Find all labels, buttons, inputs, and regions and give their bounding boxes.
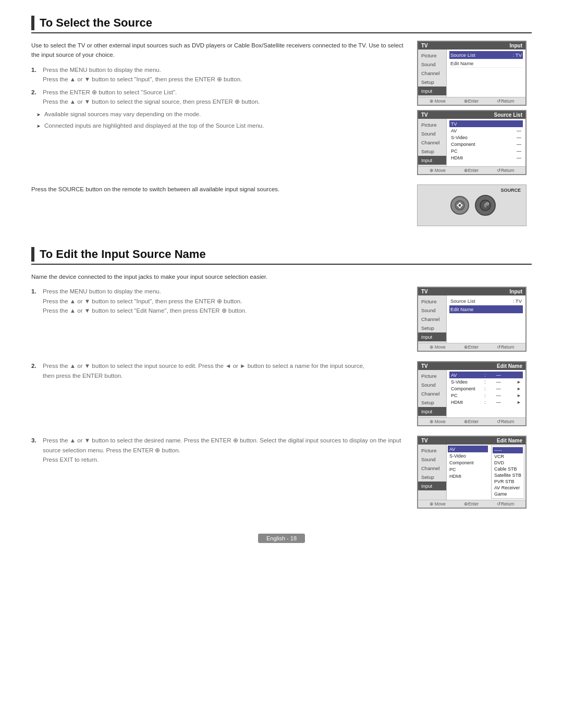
remote-note-row: Press the SOURCE button on the remote to… — [31, 184, 532, 226]
source-list-value: : TV — [513, 52, 522, 58]
svg-point-5 — [459, 204, 461, 207]
step1-line2: Press the ▲ or ▼ button to select "Input… — [43, 76, 242, 82]
section2-title: To Edit the Input Source Name — [40, 248, 206, 261]
eim-channel: Channel — [418, 315, 446, 324]
en-pc-colon: : — [484, 393, 488, 398]
tv-edit-name-screen: TV Edit Name Picture Sound Channel Setup… — [417, 361, 527, 426]
ei-sl-val: : TV — [513, 298, 522, 304]
src-tv: TV — [449, 120, 523, 127]
en-return: ↺Return — [497, 419, 515, 424]
en-hdmi-colon: : — [484, 400, 488, 405]
enm-setup: Setup — [418, 398, 446, 407]
eim-picture: Picture — [418, 297, 446, 306]
eno-av-label: AV — [449, 447, 455, 452]
tv-en-body: Picture Sound Channel Setup Input AV : —… — [418, 370, 525, 417]
menu-input: Input — [418, 87, 446, 95]
opt-dvd: DVD — [493, 460, 523, 466]
step1-text: Press the MENU button to display the men… — [43, 65, 242, 84]
en-hdmi: HDMI : — ► — [449, 399, 523, 405]
tv-source-list-screen: TV Source List Picture Sound Channel Set… — [417, 110, 527, 175]
page-number-badge: English - 18 — [258, 534, 305, 543]
s2-step3-l1: Press the ▲ or ▼ button to select the de… — [43, 437, 401, 453]
src-pc-label: PC — [451, 149, 458, 154]
section1-intro-text: Use to select the TV or other external i… — [31, 41, 407, 179]
enm-input: Input — [418, 407, 446, 416]
eim-input: Input — [418, 332, 446, 341]
section1-intro-row: Use to select the TV or other external i… — [31, 41, 532, 179]
en-hdmi-val: — — [496, 400, 509, 405]
enm-channel: Channel — [418, 389, 446, 398]
tv-edit-input-header: TV Input — [418, 288, 525, 295]
src-svideo: S-Video — — [449, 134, 523, 141]
en-svideo: S-Video : — ► — [449, 378, 523, 385]
eno-component: Component — [448, 459, 488, 466]
tv-edit-input-body: Picture Sound Channel Setup Input Source… — [418, 295, 525, 343]
sf-move: ⊕ Move — [430, 168, 446, 173]
tv-ei-menu: Picture Sound Channel Setup Input — [418, 295, 447, 343]
opt-blank: ----- — [493, 447, 523, 453]
tv-source-footer: ⊕ Move ⊕Enter ↺Return — [418, 166, 525, 174]
sm-sound: Sound — [418, 129, 446, 138]
s2-step2-l2: then press the ENTER button. — [43, 373, 123, 379]
step2-text: Press the ENTER ⊕ button to select "Sour… — [43, 88, 260, 107]
eim-setup: Setup — [418, 324, 446, 332]
menu-setup: Setup — [418, 78, 446, 87]
sm-channel: Channel — [418, 138, 446, 147]
s2-step1-content: Press the MENU button to display the men… — [43, 287, 247, 315]
en-pc: PC : — ► — [449, 392, 523, 399]
en-sv-label: S-Video — [451, 379, 477, 385]
eno-return: ↺Return — [497, 501, 515, 507]
section1-header: To Select the Source — [31, 16, 532, 33]
eno-sv-label: S-Video — [449, 453, 466, 459]
s2-step3-screen: TV Edit Name Picture Sound Channel Setup… — [417, 436, 532, 513]
source-list-row: Source List : TV — [449, 51, 523, 59]
remote-menu-btn[interactable] — [450, 196, 469, 215]
tv-input-menu: Picture Sound Channel Setup Input — [418, 50, 447, 97]
s2-step1-screen: TV Input Picture Sound Channel Setup Inp… — [417, 287, 532, 356]
en-enter: ⊕Enter — [464, 419, 479, 424]
page-footer: English - 18 — [31, 534, 532, 543]
section2-step1-text: 1. Press the MENU button to display the … — [31, 287, 407, 356]
tv-eno-footer: ⊕ Move ⊕Enter ↺Return — [418, 500, 525, 508]
tv-source-header-left: TV — [421, 112, 428, 118]
s2-step2-content: Press the ▲ or ▼ button to select the in… — [43, 361, 364, 380]
en-comp-val: — — [496, 386, 509, 391]
tv-en-header: TV Edit Name — [418, 362, 525, 370]
opt-cable-stb: Cable STB — [493, 466, 523, 472]
step1-num: 1. — [31, 65, 40, 84]
ei-move: ⊕ Move — [430, 344, 446, 350]
en-pc-val: — — [496, 393, 509, 398]
tv-en-menu: Picture Sound Channel Setup Input — [418, 370, 447, 417]
eno-svideo: S-Video — [448, 452, 488, 459]
src-av-val: — — [517, 128, 521, 133]
src-hdmi-label: HDMI — [451, 155, 463, 161]
source-label-text: SOURCE — [500, 188, 521, 193]
src-av: AV — — [449, 127, 523, 134]
tv-en-footer: ⊕ Move ⊕Enter ↺Return — [418, 417, 525, 425]
tv-en-right: Edit Name — [497, 363, 522, 369]
note2: Connected inputs are highlighted and dis… — [31, 121, 407, 131]
ei-enter: ⊕Enter — [464, 344, 479, 350]
tv-ei-left: TV — [421, 289, 428, 294]
remote-source-btn[interactable] — [475, 195, 496, 216]
section2-intro: Name the device connected to the input j… — [31, 272, 532, 281]
s2-step3: 3. Press the ▲ or ▼ button to select the… — [31, 436, 407, 464]
en-sv-colon: : — [484, 379, 488, 385]
tv-input-body: Picture Sound Channel Setup Input Source… — [418, 50, 525, 97]
tv-eno-header: TV Edit Name — [418, 437, 525, 445]
en-comp-label: Component — [451, 386, 477, 391]
en-av-colon: : — [484, 373, 488, 378]
sm-input: Input — [418, 156, 446, 165]
eno-pc: PC — [448, 466, 488, 473]
s2-step1-l2: Press the ▲ or ▼ button to select "Input… — [43, 298, 242, 304]
en-sv-arrow: ► — [517, 379, 521, 385]
section2-step3-text: 3. Press the ▲ or ▼ button to select the… — [31, 436, 407, 513]
section2-step1-row: 1. Press the MENU button to display the … — [31, 287, 532, 356]
ei-return: ↺Return — [497, 344, 515, 350]
enom-sound: Sound — [418, 455, 446, 464]
tv-en-content: AV : — ► S-Video : — ► Component — [447, 370, 525, 417]
tv-eno-left: TV — [421, 438, 428, 443]
tv-edit-input-screen: TV Input Picture Sound Channel Setup Inp… — [417, 287, 527, 352]
tv-edit-name-options-screen: TV Edit Name Picture Sound Channel Setup… — [417, 436, 527, 509]
ei-sl-label: Source List — [450, 298, 475, 304]
